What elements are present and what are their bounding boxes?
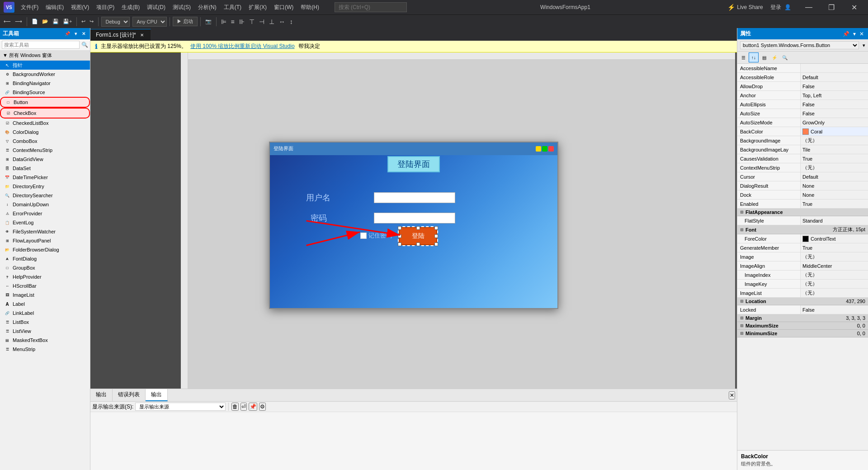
output-settings-btn[interactable]: ⚙ (259, 403, 266, 411)
toolbar-camera-btn[interactable]: 📷 (203, 17, 213, 27)
menu-analyze[interactable]: 分析(N) (194, 2, 220, 13)
prop-value[interactable]: False (801, 82, 868, 90)
prop-value[interactable]: Tile (801, 145, 868, 154)
toolbox-item-folderbrowserdialog[interactable]: 📂 FolderBrowserDialog (0, 245, 90, 254)
login-button[interactable]: 登录 👤 (767, 2, 795, 13)
toolbar-new-btn[interactable]: 📄 (30, 17, 40, 27)
prop-value[interactable]: False (801, 305, 868, 314)
menu-debug[interactable]: 调试(D) (143, 2, 169, 13)
toolbox-pin-btn[interactable]: 📌 (64, 30, 71, 38)
prop-value[interactable]: （无） (801, 163, 868, 172)
handle-tl[interactable] (398, 226, 401, 230)
menu-edit[interactable]: 编辑(E) (42, 2, 67, 13)
toolbar-align-right-btn[interactable]: ⊪ (237, 17, 246, 27)
handle-bl[interactable] (398, 242, 401, 246)
minimize-button[interactable]: — (798, 0, 819, 14)
toolbox-item-bindingnavigator[interactable]: ⊞ BindingNavigator (0, 79, 90, 88)
prop-category-margin[interactable]: ⊞ Margin 3, 3, 3, 3 (737, 314, 868, 322)
menu-help[interactable]: 帮助(H) (297, 2, 323, 13)
toolbox-item-errorprovider[interactable]: ⚠ ErrorProvider (0, 209, 90, 218)
toolbox-item-menustrip[interactable]: ☰ MenuStrip (0, 345, 90, 354)
prop-value[interactable]: （无） (801, 136, 868, 145)
bottom-tab-output[interactable]: 输出 (90, 389, 113, 401)
tab-close-icon[interactable]: ✕ (139, 32, 145, 38)
toolbox-item-label[interactable]: A Label (0, 299, 90, 309)
toolbox-item-contextmenustrip[interactable]: ☰ ContextMenuStrip (0, 146, 90, 155)
toolbar-align-left-btn[interactable]: ⊫ (219, 17, 228, 27)
prop-category-minimumsize[interactable]: ⊞ MinimumSize 0, 0 (737, 330, 868, 337)
output-pin-btn[interactable]: 📌 (249, 403, 257, 411)
prop-value[interactable]: （无） (801, 252, 868, 261)
resize-handle-right[interactable] (735, 52, 737, 389)
toolbar-align-bottom-btn[interactable]: ⊥ (267, 17, 276, 27)
prop-value[interactable]: （无） (801, 271, 868, 279)
form-username-textbox[interactable] (374, 192, 455, 203)
toolbox-item-filesystemwatcher[interactable]: 👁 FileSystemWatcher (0, 227, 90, 236)
handle-ml[interactable] (398, 234, 401, 238)
prop-value[interactable]: Top, Left (801, 91, 868, 100)
handle-br[interactable] (434, 242, 438, 246)
run-button[interactable]: ▶ 启动 (173, 17, 197, 26)
prop-value[interactable]: False (801, 109, 868, 118)
props-component-dropdown-btn[interactable]: ▾ (863, 43, 865, 48)
prop-value[interactable]: True (801, 243, 868, 252)
toolbox-item-hscrollbar[interactable]: ↔ HScrollBar (0, 281, 90, 290)
props-alphabetical-btn[interactable]: ↑↓ (749, 52, 759, 62)
toolbox-item-datetimepicker[interactable]: 📅 DateTimePicker (0, 173, 90, 182)
toolbox-search-input[interactable] (2, 41, 80, 49)
props-events-btn[interactable]: ⚡ (769, 52, 779, 62)
restore-button[interactable]: ❐ (821, 0, 842, 14)
component-select[interactable]: button1 System.Windows.Forms.Button (740, 41, 859, 49)
toolbox-category-all-windows[interactable]: ▼ 所有 Windows 窗体 (0, 51, 90, 61)
output-clear-btn[interactable]: 🗑 (231, 403, 239, 411)
handle-bm[interactable] (416, 242, 420, 246)
prop-value[interactable]: False (801, 100, 868, 109)
prop-value[interactable]: Default (801, 172, 868, 181)
prop-category-flatappearance[interactable]: ⊞ FlatAppearance (737, 209, 868, 216)
toolbox-item-maskedtextbox[interactable]: ▤ MaskedTextBox (0, 336, 90, 345)
close-button[interactable]: ✕ (844, 0, 864, 14)
props-close-btn[interactable]: ✕ (858, 31, 865, 37)
bottom-tab-output2[interactable]: 输出 (146, 389, 168, 401)
form-password-textbox[interactable] (374, 213, 455, 223)
toolbox-item-backgroundworker[interactable]: ⚙ BackgroundWorker (0, 70, 90, 79)
prop-value[interactable]: None (801, 190, 868, 199)
output-source-select[interactable]: 显示输出来源 生成 调试 (135, 403, 226, 411)
prop-value[interactable]: True (801, 154, 868, 163)
toolbar-size-h-btn[interactable]: ↔ (277, 17, 287, 27)
toolbar-open-btn[interactable]: 📂 (40, 17, 50, 27)
toolbar-undo-btn[interactable]: ↩ (80, 17, 87, 27)
toolbox-item-helpprovider[interactable]: ? HelpProvider (0, 272, 90, 281)
toolbox-close-btn[interactable]: ✕ (80, 30, 87, 38)
toolbox-item-directorysearcher[interactable]: 🔍 DirectorySearcher (0, 191, 90, 200)
handle-tr[interactable] (434, 226, 438, 230)
toolbar-forward-btn[interactable]: ⟶ (13, 17, 24, 27)
prop-value[interactable]: True (801, 199, 868, 208)
prop-value[interactable]: MiddleCenter (801, 261, 868, 270)
props-dropdown-btn[interactable]: ▾ (852, 31, 857, 37)
toolbox-item-listview[interactable]: ☰ ListView (0, 327, 90, 336)
toolbox-item-datagridview[interactable]: ⊞ DataGridView (0, 155, 90, 164)
cpu-config-select[interactable]: Any CPU (132, 17, 167, 27)
handle-tm[interactable] (416, 226, 420, 230)
prop-category-location[interactable]: ⊞ Location 437, 290 (737, 298, 868, 305)
props-pin-btn[interactable]: 📌 (841, 31, 851, 37)
debug-config-select[interactable]: Debug (101, 17, 130, 27)
handle-mr[interactable] (434, 234, 438, 238)
toolbox-item-domainupdown[interactable]: ↕ DomainUpDown (0, 200, 90, 209)
prop-value[interactable]: Standard (801, 216, 868, 225)
toolbar-back-btn[interactable]: ⟵ (2, 17, 13, 27)
props-categorized-btn[interactable]: ☰ (738, 52, 748, 62)
prop-value[interactable]: （无） (801, 280, 868, 288)
toolbox-item-checkbox[interactable]: ☑ CheckBox (0, 108, 90, 119)
form-canvas[interactable]: 登陆界面 登陆界面 用户名 密码 (269, 142, 558, 309)
toolbox-dropdown-btn[interactable]: ▾ (72, 30, 79, 38)
toolbar-redo-btn[interactable]: ↪ (88, 17, 95, 27)
toolbox-item-imagelist[interactable]: 🖼 ImageList (0, 290, 90, 299)
toolbox-item-fontdialog[interactable]: A FontDialog (0, 254, 90, 263)
prop-category-font[interactable]: ⊞ Font 方正正体, 15pt (737, 225, 868, 234)
menu-extensions[interactable]: 扩展(X) (245, 2, 270, 13)
toolbox-item-flowlayoutpanel[interactable]: ⊞ FlowLayoutPanel (0, 236, 90, 245)
prop-value[interactable]: （无） (801, 289, 868, 297)
designer-area[interactable]: 登陆界面 登陆界面 用户名 密码 (90, 52, 737, 389)
